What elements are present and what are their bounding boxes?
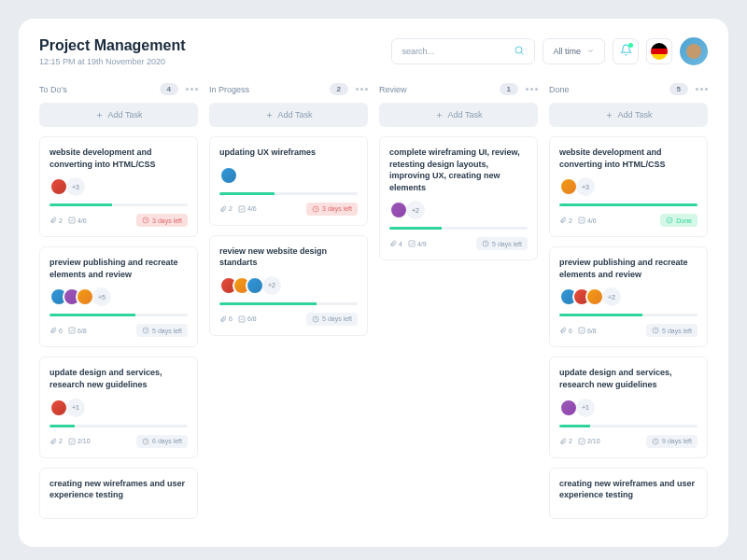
checklist-count: 6/8 xyxy=(238,315,257,323)
task-card[interactable]: preview publishing and recreate elements… xyxy=(39,246,198,347)
svg-rect-4 xyxy=(69,217,75,223)
status-badge: 6 days left xyxy=(136,435,188,448)
card-title: website development and converting into … xyxy=(49,147,188,170)
assignees: +3 xyxy=(49,177,188,196)
add-task-button[interactable]: Add Task xyxy=(379,103,538,127)
card-title: preview publishing and recreate elements… xyxy=(559,257,698,280)
card-footer: 2 4/6 3 days left xyxy=(219,203,358,216)
svg-rect-6 xyxy=(69,328,75,333)
assignees: +2 xyxy=(219,276,358,295)
card-footer: 6 6/8 5 days left xyxy=(559,324,698,337)
status-badge: 3 days left xyxy=(306,203,358,216)
progress-bar xyxy=(49,314,188,316)
search-icon xyxy=(514,43,525,60)
progress-bar xyxy=(49,425,188,427)
time-filter[interactable]: All time xyxy=(543,38,605,64)
assignee-avatar xyxy=(219,166,238,185)
assignee-avatar xyxy=(76,287,94,306)
svg-rect-12 xyxy=(239,206,245,212)
progress-bar xyxy=(219,302,358,305)
assignee-avatar xyxy=(49,399,68,417)
column-more-button[interactable] xyxy=(356,88,368,91)
assignee-more: +2 xyxy=(406,201,425,219)
task-card[interactable]: creating new wireframes and user experie… xyxy=(549,468,708,519)
card-title: update design and services, research new… xyxy=(559,367,698,390)
progress-bar xyxy=(559,203,698,206)
checklist-count: 4/6 xyxy=(578,217,597,224)
status-badge: 5 days left xyxy=(136,324,188,337)
column-count: 5 xyxy=(669,83,688,95)
card-title: complete wireframing UI, review, retesti… xyxy=(389,147,528,193)
assignee-avatar xyxy=(389,201,408,219)
column-more-button[interactable] xyxy=(186,88,198,91)
attachments-count: 2 xyxy=(559,438,572,445)
card-title: creating new wireframes and user experie… xyxy=(49,478,188,501)
assignee-more: +5 xyxy=(92,287,111,306)
checklist-count: 2/10 xyxy=(578,438,600,445)
column-more-button[interactable] xyxy=(696,88,708,91)
task-card[interactable]: update design and services, research new… xyxy=(549,357,708,457)
column-header: In Progess 2 xyxy=(209,83,368,95)
assignee-more: +3 xyxy=(66,177,85,196)
user-avatar[interactable] xyxy=(680,37,708,65)
task-card[interactable]: preview publishing and recreate elements… xyxy=(549,246,708,347)
notifications-button[interactable] xyxy=(613,38,639,64)
card-title: preview publishing and recreate elements… xyxy=(49,257,188,280)
task-card[interactable]: complete wireframing UI, review, retesti… xyxy=(379,136,538,260)
svg-rect-18 xyxy=(409,241,415,246)
assignee-avatar xyxy=(49,177,68,196)
column-header: Done 5 xyxy=(549,83,708,95)
assignee-more: +2 xyxy=(262,276,281,295)
card-footer: 4 4/9 5 days left xyxy=(389,237,528,250)
svg-point-0 xyxy=(515,47,522,53)
task-card[interactable]: website development and converting into … xyxy=(39,136,198,237)
assignees: +2 xyxy=(559,287,698,306)
status-badge: 9 days left xyxy=(646,435,698,448)
progress-bar xyxy=(49,203,188,206)
assignee-avatar xyxy=(585,287,604,306)
task-card[interactable]: updating UX wireframes 2 4/6 3 days left xyxy=(209,136,368,226)
assignees: +1 xyxy=(49,399,188,417)
add-task-button[interactable]: Add Task xyxy=(549,103,708,127)
notification-dot xyxy=(628,43,633,48)
assignee-more: +2 xyxy=(602,287,621,306)
task-card[interactable]: review new website design standarts +2 6… xyxy=(209,235,368,336)
status-badge: 5 days left xyxy=(476,237,528,250)
page-subtitle: 12:15 PM at 19th November 2020 xyxy=(39,57,185,66)
svg-rect-24 xyxy=(579,328,585,333)
svg-point-23 xyxy=(667,217,672,223)
add-task-button[interactable]: Add Task xyxy=(209,103,368,127)
progress-bar xyxy=(219,192,358,195)
checklist-count: 6/8 xyxy=(578,327,597,334)
flag-icon xyxy=(651,43,668,60)
column-more-button[interactable] xyxy=(526,88,538,91)
card-title: updating UX wireframes xyxy=(219,147,358,159)
column-title: In Progess xyxy=(209,85,249,94)
assignees: +2 xyxy=(389,201,528,219)
header: Project Management 12:15 PM at 19th Nove… xyxy=(39,37,708,66)
header-actions: All time xyxy=(391,37,708,65)
language-button[interactable] xyxy=(646,38,672,64)
attachments-count: 2 xyxy=(219,205,233,213)
card-footer: 6 6/8 5 days left xyxy=(49,324,188,337)
search-input[interactable] xyxy=(402,47,467,56)
column-header: Review 1 xyxy=(379,83,538,95)
assignee-avatar xyxy=(559,177,578,196)
column: Review 1 Add Task complete wireframing U… xyxy=(379,83,538,528)
checklist-count: 6/8 xyxy=(68,327,87,334)
app-shell: Project Management 12:15 PM at 19th Nove… xyxy=(19,19,728,547)
page-title: Project Management xyxy=(39,37,185,54)
task-card[interactable]: update design and services, research new… xyxy=(39,357,198,457)
task-card[interactable]: creating new wireframes and user experie… xyxy=(39,468,198,519)
card-footer: 6 6/8 5 days left xyxy=(219,313,358,326)
task-card[interactable]: website development and converting into … xyxy=(549,136,708,237)
attachments-count: 4 xyxy=(389,240,402,247)
assignees: +1 xyxy=(559,399,698,417)
column-header: To Do's 4 xyxy=(39,83,198,95)
chevron-down-icon xyxy=(586,47,595,57)
add-task-button[interactable]: Add Task xyxy=(39,103,198,127)
card-title: review new website design standarts xyxy=(219,245,358,269)
search-box[interactable] xyxy=(391,38,535,64)
column: In Progess 2 Add Task updating UX wirefr… xyxy=(209,83,368,528)
card-footer: 2 4/6 3 days left xyxy=(49,214,188,227)
